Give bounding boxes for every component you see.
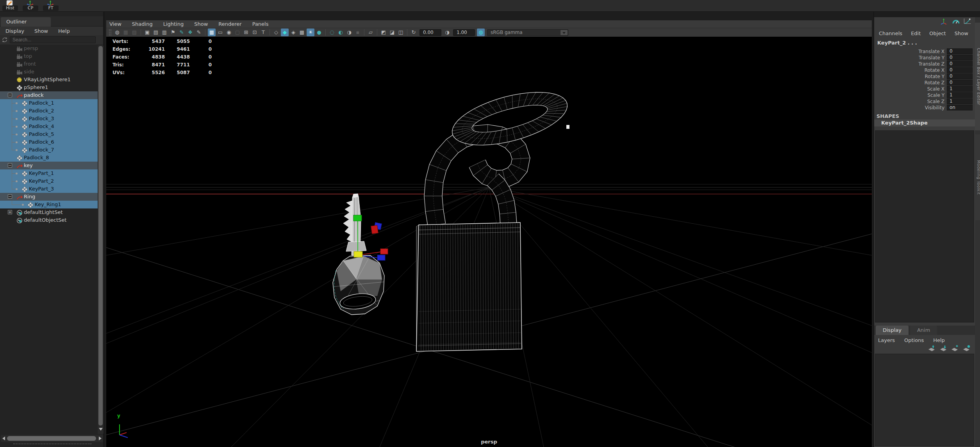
- outliner-item-Padlock_6[interactable]: Padlock_6: [0, 138, 98, 146]
- outliner-item-persp[interactable]: persp: [0, 45, 98, 52]
- outliner-item-defaultObjectSet[interactable]: defaultObjectSet: [0, 216, 98, 224]
- grease-frame-icon[interactable]: ❖: [186, 28, 194, 36]
- channel-label[interactable]: Rotate Y: [898, 74, 944, 79]
- outliner-item-Padlock_2[interactable]: Padlock_2: [0, 107, 98, 115]
- channel-label[interactable]: Scale X: [898, 86, 944, 92]
- sidebar-tab-2[interactable]: Modeling Toolkit: [975, 134, 980, 220]
- outliner-menu-help[interactable]: Help: [58, 28, 70, 34]
- viewport-menu-renderer[interactable]: Renderer: [218, 21, 241, 27]
- channel-value-field[interactable]: 1: [947, 98, 973, 104]
- marquee-zoom-icon[interactable]: ▱: [367, 28, 375, 36]
- outliner-menu-show[interactable]: Show: [34, 28, 48, 34]
- isolate-add-icon[interactable]: ◪: [388, 28, 396, 36]
- channel-value-field[interactable]: 1: [947, 86, 973, 92]
- outliner-item-Padlock_5[interactable]: Padlock_5: [0, 130, 98, 138]
- outliner-item-Padlock_3[interactable]: Padlock_3: [0, 115, 98, 123]
- gamma-field[interactable]: 1.00: [453, 29, 475, 36]
- bookmark-icon[interactable]: ⚑: [169, 28, 177, 36]
- scrollbar-thumb[interactable]: [7, 436, 96, 441]
- safe-action-icon[interactable]: ⊡: [251, 28, 259, 36]
- channel-value-field[interactable]: 0: [947, 80, 973, 85]
- layer-editor-menu-options[interactable]: Options: [904, 337, 924, 343]
- select-camera-icon[interactable]: ▣: [143, 28, 151, 36]
- outliner-item-Padlock_1[interactable]: Padlock_1: [0, 99, 98, 107]
- outliner-item-defaultLightSet[interactable]: +defaultLightSet: [0, 208, 98, 216]
- shape-node-row[interactable]: KeyPart_2Shape: [874, 119, 975, 126]
- new-empty-layer-icon[interactable]: [951, 345, 959, 352]
- shelf-tab-FT[interactable]: FT: [42, 0, 59, 12]
- expander-icon[interactable]: −: [8, 93, 12, 97]
- contrast-icon[interactable]: ◑: [443, 28, 451, 36]
- outliner-tab[interactable]: Outliner: [1, 17, 51, 27]
- channel-label[interactable]: Visibility: [898, 105, 944, 110]
- checker-icon[interactable]: ▩: [298, 28, 306, 36]
- outliner-filter-icon[interactable]: [1, 36, 10, 43]
- move-layer-down-icon[interactable]: [939, 345, 948, 352]
- layer-tab-display[interactable]: Display: [876, 326, 909, 335]
- outliner-menu-display[interactable]: Display: [5, 28, 24, 34]
- channel-value-field[interactable]: 0: [947, 55, 973, 61]
- channel-label[interactable]: Translate Z: [898, 61, 944, 67]
- exposure-field[interactable]: 0.00: [419, 29, 441, 36]
- outliner-item-Padlock_7[interactable]: Padlock_7: [0, 146, 98, 154]
- smooth-shade-icon[interactable]: ◆: [281, 28, 289, 36]
- expander-icon[interactable]: −: [8, 163, 12, 167]
- selected-object-name[interactable]: KeyPart_2 . . .: [877, 40, 917, 46]
- channel-value-field[interactable]: on: [947, 105, 973, 110]
- layer-tab-anim[interactable]: Anim: [910, 326, 937, 335]
- channel-label[interactable]: Scale Z: [898, 99, 944, 104]
- sidebar-tab-1[interactable]: Channel Box / Layer Editor: [975, 23, 980, 130]
- outliner-item-KeyPart_3[interactable]: KeyPart_3: [0, 185, 98, 193]
- viewport-menu-shading[interactable]: Shading: [132, 21, 153, 27]
- exposure-icon[interactable]: ↻: [410, 28, 418, 36]
- expander-icon[interactable]: +: [8, 210, 12, 214]
- channel-value-field[interactable]: 0: [947, 48, 973, 54]
- safe-title-icon[interactable]: T: [259, 28, 267, 36]
- gamma-correction-icon[interactable]: ◍: [477, 28, 485, 36]
- outliner-item-Ring[interactable]: −Ring: [0, 193, 98, 201]
- wireframe-mode-icon[interactable]: ◇: [272, 28, 280, 36]
- snap-pen-icon[interactable]: ✎: [195, 28, 203, 36]
- expander-icon[interactable]: −: [8, 194, 12, 199]
- shelf-tab-Hist[interactable]: Hist: [2, 0, 19, 12]
- channel-box-menu-object[interactable]: Object: [929, 30, 946, 36]
- channel-label[interactable]: Rotate Z: [898, 80, 944, 85]
- scroll-left-arrow-icon[interactable]: [2, 436, 5, 440]
- viewport-menu-show[interactable]: Show: [194, 21, 208, 27]
- outliner-item-KeyPart_2[interactable]: KeyPart_2: [0, 177, 98, 185]
- layer-list[interactable]: [875, 354, 974, 446]
- channel-label[interactable]: Translate Y: [898, 55, 944, 61]
- motion-blur-icon[interactable]: ◐: [337, 28, 345, 36]
- viewport-menu-panels[interactable]: Panels: [252, 21, 269, 27]
- isolate-remove-icon[interactable]: ◫: [397, 28, 405, 36]
- channel-box-menu-show[interactable]: Show: [955, 30, 968, 36]
- channel-label[interactable]: Rotate X: [898, 68, 944, 73]
- layer-editor-menu-help[interactable]: Help: [933, 337, 945, 343]
- textured-mode-icon[interactable]: ◈: [289, 28, 297, 36]
- chevron-down-icon[interactable]: [561, 30, 568, 35]
- channel-box-menu-channels[interactable]: Channels: [879, 30, 902, 36]
- channel-label[interactable]: Translate X: [898, 49, 944, 54]
- channel-box-menu-edit[interactable]: Edit: [911, 30, 921, 36]
- move-layer-up-icon[interactable]: [927, 345, 936, 352]
- channel-value-field[interactable]: 0: [947, 61, 973, 67]
- hyperbolic-curve-icon[interactable]: [963, 18, 972, 25]
- scrollbar-thumb[interactable]: [98, 46, 103, 426]
- panel-resize-handle[interactable]: [13, 443, 91, 445]
- scroll-down-arrow-icon[interactable]: [99, 428, 103, 431]
- channel-value-field[interactable]: 1: [947, 92, 973, 98]
- outliner-item-VRayLightSphere1[interactable]: VRayLightSphere1: [0, 76, 98, 84]
- renderer-select-icon[interactable]: ◍: [113, 28, 121, 36]
- scroll-right-arrow-icon[interactable]: [99, 436, 102, 440]
- new-layer-from-selected-icon[interactable]: [962, 345, 971, 352]
- toolbar-grip[interactable]: [109, 29, 111, 36]
- outliner-item-top[interactable]: top: [0, 52, 98, 60]
- camera-attributes-icon[interactable]: ▥: [161, 28, 168, 36]
- viewport-menu-lighting[interactable]: Lighting: [163, 21, 184, 27]
- outliner-search-input[interactable]: [10, 36, 96, 43]
- grease-pencil-icon[interactable]: ✎: [178, 28, 186, 36]
- viewport-menu-view[interactable]: View: [109, 21, 121, 27]
- outliner-item-KeyPart_1[interactable]: KeyPart_1: [0, 169, 98, 177]
- channel-value-field[interactable]: 0: [947, 67, 973, 73]
- shadows-icon[interactable]: ●: [315, 28, 323, 36]
